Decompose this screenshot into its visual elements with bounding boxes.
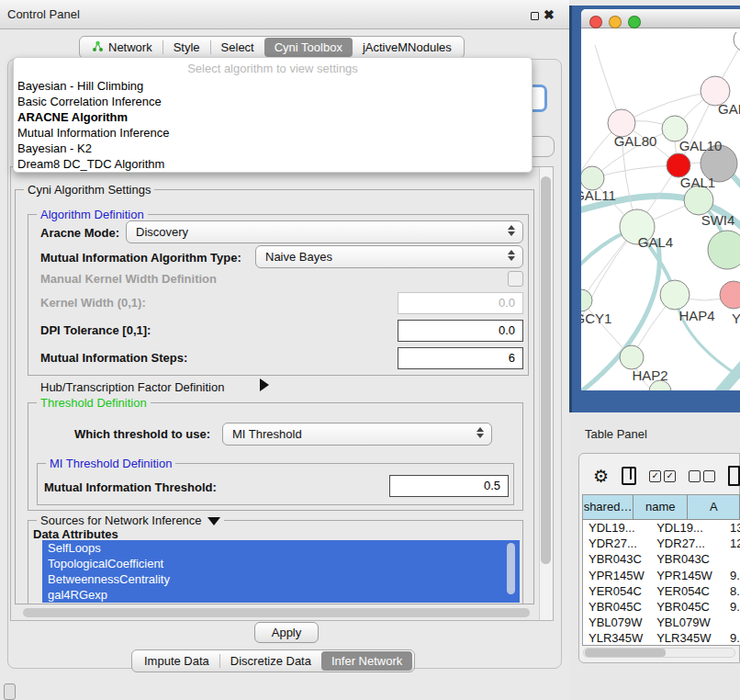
kernel-width-field[interactable]: 0.0 bbox=[398, 292, 523, 314]
table-header-row: shared…nameA bbox=[583, 495, 740, 520]
network-node[interactable] bbox=[720, 281, 740, 309]
tab-label: Select bbox=[221, 40, 254, 54]
aracne-mode-value: Discovery bbox=[136, 225, 502, 239]
aracne-mode-label: Aracne Mode: bbox=[40, 226, 119, 240]
aracne-mode-combo[interactable]: Discovery bbox=[126, 220, 523, 243]
tab-style[interactable]: Style bbox=[163, 38, 210, 57]
network-titlebar[interactable] bbox=[581, 9, 740, 28]
mi-threshold-group-title: MI Threshold Definition bbox=[46, 457, 175, 470]
collapse-down-icon[interactable] bbox=[207, 517, 220, 525]
tab-infer-network[interactable]: Infer Network bbox=[321, 651, 412, 671]
column-header-name[interactable]: name bbox=[633, 495, 688, 519]
close-light[interactable] bbox=[589, 16, 602, 28]
network-node[interactable] bbox=[734, 32, 740, 51]
file-icon[interactable] bbox=[728, 466, 740, 486]
network-icon bbox=[92, 40, 104, 55]
dpi-tolerance-field[interactable]: 0.0 bbox=[398, 320, 523, 342]
algorithm-definition-title: Algorithm Definition bbox=[37, 208, 148, 221]
network-canvas[interactable]: GALGAL80GAL10GAL1GAL11SWI4GAL4GCY1HAP4YH… bbox=[581, 29, 740, 390]
control-panel-titlebar bbox=[0, 0, 569, 29]
expand-right-icon[interactable] bbox=[260, 378, 269, 391]
attribute-item-betweennesscentrality[interactable]: BetweennessCentrality bbox=[42, 571, 520, 587]
tab-jactivemnodules[interactable]: jActiveMNodules bbox=[353, 38, 462, 57]
network-node-label: Y bbox=[732, 310, 740, 326]
tab-discretize-data[interactable]: Discretize Data bbox=[220, 651, 321, 671]
algorithm-dropdown-popup: Select algorithm to view settings Bayesi… bbox=[13, 57, 533, 173]
checked-pair-icon[interactable]: ✓ ✓ bbox=[649, 470, 676, 482]
table-row[interactable]: YDR27...YDR27...12 bbox=[583, 536, 740, 551]
network-node-label: GAL80 bbox=[614, 133, 657, 149]
kernel-width-label: Kernel Width (0,1): bbox=[40, 296, 146, 310]
table-cell: YPR145W bbox=[583, 568, 651, 583]
tab-cyni-toolbox[interactable]: Cyni Toolbox bbox=[264, 38, 353, 57]
dropdown-placeholder: Select algorithm to view settings bbox=[14, 60, 532, 78]
attribute-table: shared…nameA YDL19...YDL19...13YDR27...Y… bbox=[582, 494, 740, 646]
mi-steps-field[interactable]: 6 bbox=[398, 347, 523, 369]
table-row[interactable]: YER054CYER054C8. bbox=[583, 583, 740, 599]
table-row[interactable]: YLR345WYLR345W9. bbox=[583, 630, 740, 646]
minimize-light[interactable] bbox=[609, 16, 622, 28]
network-node[interactable] bbox=[708, 231, 740, 269]
table-hscrollbar-thumb[interactable] bbox=[585, 649, 666, 657]
columns-icon[interactable] bbox=[622, 467, 636, 485]
table-toolbar: ⚙ ✓ ✓ bbox=[582, 462, 740, 490]
apply-button[interactable]: Apply bbox=[254, 622, 319, 643]
cyni-settings-title: Cyni Algorithm Settings bbox=[24, 183, 154, 197]
table-cell: YDL19... bbox=[651, 520, 724, 536]
table-cell: 9. bbox=[724, 568, 740, 583]
which-threshold-combo[interactable]: MI Threshold bbox=[222, 423, 492, 446]
table-cell: 8. bbox=[724, 583, 740, 599]
mi-type-combo[interactable]: Naive Bayes bbox=[255, 245, 523, 268]
tab-label: Cyni Toolbox bbox=[275, 40, 342, 54]
settings-hscrollbar-thumb[interactable] bbox=[23, 608, 530, 617]
dropdown-item-bayesian-k2[interactable]: Bayesian - K2 bbox=[14, 141, 532, 156]
table-cell: YBL079W bbox=[651, 615, 724, 630]
table-cell: YDR27... bbox=[651, 536, 724, 551]
dropdown-item-mutual-information-inference[interactable]: Mutual Information Inference bbox=[14, 125, 532, 141]
attribute-item-selfloops[interactable]: SelfLoops bbox=[42, 540, 520, 556]
table-row[interactable]: YPR145WYPR145W9. bbox=[583, 568, 740, 583]
mi-type-label: Mutual Information Algorithm Type: bbox=[40, 251, 241, 265]
attribute-item-gal4rgexp[interactable]: gal4RGexp bbox=[42, 587, 520, 603]
mi-threshold-field[interactable]: 0.5 bbox=[389, 475, 509, 497]
manual-kernel-checkbox[interactable] bbox=[508, 271, 523, 287]
table-row[interactable]: YBR045CYBR045C9. bbox=[583, 599, 740, 615]
column-header-a[interactable]: A bbox=[688, 495, 740, 519]
network-node-label: HAP4 bbox=[678, 308, 714, 323]
close-icon[interactable]: ✖ bbox=[544, 7, 555, 22]
dropdown-item-aracne-algorithm[interactable]: ARACNE Algorithm bbox=[14, 109, 532, 125]
attribute-item-topologicalcoefficient[interactable]: TopologicalCoefficient bbox=[42, 556, 520, 571]
spinner-arrows-icon bbox=[477, 427, 484, 438]
table-row[interactable]: YDL19...YDL19...13 bbox=[583, 520, 740, 536]
zoom-light[interactable] bbox=[628, 16, 641, 28]
table-row[interactable]: YBL079WYBL079W bbox=[583, 615, 740, 630]
control-panel-tabbar: NetworkStyleSelectCyni ToolboxjActiveMNo… bbox=[79, 36, 465, 59]
which-threshold-value: MI Threshold bbox=[232, 427, 471, 441]
tab-network[interactable]: Network bbox=[82, 38, 163, 57]
tab-label: Infer Network bbox=[331, 654, 402, 668]
network-node-label: GAL10 bbox=[679, 138, 723, 153]
spinner-arrows-icon bbox=[508, 250, 515, 261]
table-row[interactable]: YBR043CYBR043C bbox=[583, 551, 740, 567]
settings-vscrollbar-thumb[interactable] bbox=[541, 176, 551, 564]
network-node[interactable] bbox=[620, 345, 644, 369]
dock-icon[interactable] bbox=[4, 683, 16, 700]
unchecked-pair-icon[interactable] bbox=[689, 470, 715, 482]
attribute-list-scrollbar[interactable] bbox=[507, 543, 515, 594]
dropdown-item-dream8-dc-tdc-algorithm[interactable]: Dream8 DC_TDC Algorithm bbox=[14, 156, 532, 172]
tab-label: Impute Data bbox=[144, 654, 209, 668]
dropdown-item-basic-correlation-inference[interactable]: Basic Correlation Inference bbox=[14, 94, 532, 109]
network-node[interactable] bbox=[660, 280, 690, 310]
tab-label: jActiveMNodules bbox=[363, 40, 452, 54]
hub-section-toggle[interactable]: Hub/Transcription Factor Definition bbox=[40, 380, 224, 394]
table-cell: YLR345W bbox=[583, 630, 651, 646]
gear-icon[interactable]: ⚙ bbox=[593, 467, 609, 485]
tab-impute-data[interactable]: Impute Data bbox=[134, 651, 219, 671]
sources-group-title[interactable]: Sources for Network Inference bbox=[37, 514, 224, 527]
column-header-shared-[interactable]: shared… bbox=[583, 495, 633, 519]
tab-select[interactable]: Select bbox=[211, 38, 264, 57]
mi-threshold-label: Mutual Information Threshold: bbox=[44, 480, 217, 494]
float-icon[interactable] bbox=[531, 12, 539, 20]
network-node[interactable] bbox=[581, 289, 592, 311]
dropdown-item-bayesian-hill-climbing[interactable]: Bayesian - Hill Climbing bbox=[14, 78, 532, 94]
